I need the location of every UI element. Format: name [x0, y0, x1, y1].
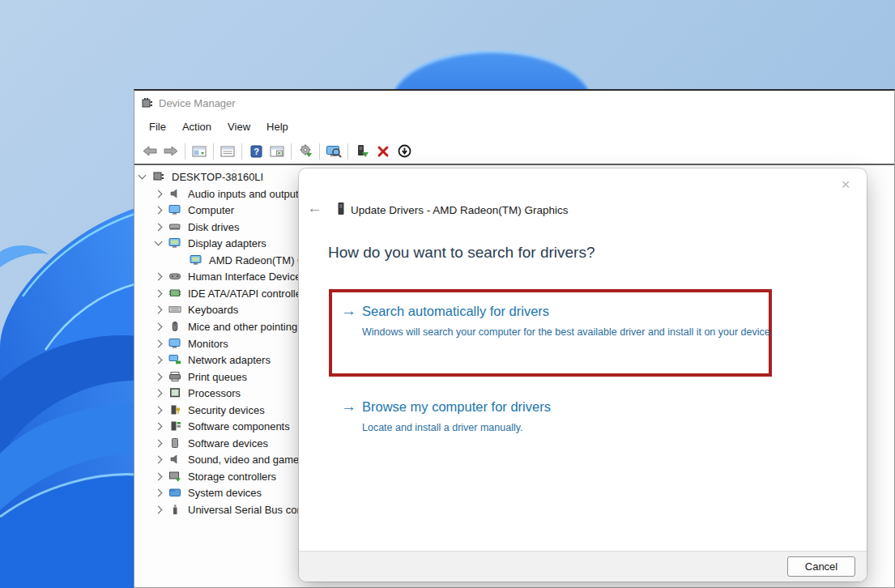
- toolbar-separator: [347, 143, 348, 160]
- chevron-right-icon[interactable]: [155, 406, 163, 414]
- chevron-right-icon[interactable]: [155, 305, 163, 313]
- chevron-down-icon[interactable]: [139, 172, 147, 180]
- uninstall-device-icon[interactable]: [373, 142, 394, 161]
- dialog-question: How do you want to search for drivers?: [328, 244, 595, 262]
- chevron-right-icon[interactable]: [155, 505, 163, 513]
- chevron-right-icon[interactable]: [155, 488, 163, 496]
- printer-icon: [168, 371, 181, 382]
- tree-item-label: Disk drives: [188, 221, 240, 233]
- chevron-right-icon[interactable]: [155, 289, 163, 297]
- tree-item-label: Computer: [188, 204, 234, 216]
- search-automatically-option[interactable]: Search automatically for drivers: [362, 304, 549, 319]
- chip-icon: [168, 288, 181, 299]
- search-automatically-description: Windows will search your computer for th…: [362, 326, 777, 339]
- search-computers-icon[interactable]: [323, 142, 344, 161]
- tree-item-label: Audio inputs and outputs: [188, 188, 304, 200]
- update-driver-icon[interactable]: [352, 142, 373, 161]
- toolbar-separator: [241, 143, 242, 160]
- tree-item-label: Processors: [188, 387, 241, 399]
- update-drivers-dialog: × ← Update Drivers - AMD Radeon(TM) Grap…: [299, 168, 867, 582]
- dialog-footer: Cancel: [299, 551, 867, 582]
- system-icon: [168, 487, 181, 498]
- toolbar-separator: [213, 143, 214, 160]
- display-icon: [168, 237, 181, 249]
- driver-device-icon: [336, 202, 346, 215]
- menu-help[interactable]: Help: [258, 117, 296, 136]
- tree-item-label: Storage controllers: [188, 471, 276, 483]
- usb-icon: [168, 504, 181, 515]
- keyboard-icon: [168, 304, 181, 315]
- monitor-icon: [168, 204, 181, 215]
- tree-item-label: Print queues: [188, 371, 247, 383]
- network-icon: [168, 354, 181, 365]
- chevron-right-icon[interactable]: [155, 339, 163, 347]
- desktop: Device Manager File Action View Help ? D…: [0, 0, 895, 588]
- monitor-icon: [168, 338, 181, 349]
- device-manager-app-icon: [141, 97, 153, 109]
- help-icon[interactable]: ?: [245, 142, 266, 161]
- gamepad-icon: [168, 271, 181, 282]
- tree-item-label: Security devices: [188, 404, 265, 416]
- chevron-right-icon[interactable]: [155, 223, 163, 231]
- storage-icon: [168, 471, 181, 482]
- toolbar-separator: [185, 143, 185, 160]
- chevron-right-icon[interactable]: [155, 206, 163, 214]
- tree-item-label: Network adapters: [188, 354, 271, 366]
- option-arrow-icon: →: [341, 398, 356, 415]
- disk-icon: [168, 221, 181, 232]
- browse-computer-option[interactable]: Browse my computer for drivers: [362, 399, 551, 415]
- tree-item-label: Software devices: [188, 437, 268, 450]
- menubar: File Action View Help: [134, 115, 894, 138]
- scan-hardware-icon[interactable]: [295, 142, 316, 161]
- pc-icon: [152, 171, 165, 182]
- dialog-title: Update Drivers - AMD Radeon(TM) Graphics: [351, 204, 569, 216]
- titlebar: Device Manager: [134, 91, 894, 115]
- back-icon[interactable]: [139, 142, 160, 161]
- tree-item-label: Software components: [188, 420, 290, 432]
- properties-icon[interactable]: [217, 142, 238, 161]
- forward-icon[interactable]: [160, 142, 181, 161]
- option-arrow-icon: →: [341, 302, 356, 320]
- tree-item-label: DESKTOP-38160LI: [172, 171, 263, 183]
- window-title: Device Manager: [159, 97, 236, 109]
- tree-item-label: Keyboards: [188, 304, 238, 316]
- processor-icon: [168, 387, 181, 398]
- chevron-right-icon[interactable]: [155, 455, 163, 463]
- tree-item-label: System devices: [188, 487, 262, 499]
- chevron-right-icon[interactable]: [155, 422, 163, 430]
- menu-view[interactable]: View: [219, 117, 258, 136]
- cancel-button[interactable]: Cancel: [787, 556, 855, 577]
- wallpaper-petal-dome: [391, 50, 592, 89]
- browse-computer-description: Locate and install a driver manually.: [362, 421, 777, 434]
- disable-device-icon[interactable]: [394, 142, 415, 161]
- chevron-right-icon[interactable]: [155, 439, 163, 447]
- close-icon[interactable]: ×: [837, 177, 854, 193]
- svg-text:?: ?: [254, 147, 259, 156]
- chevron-right-icon[interactable]: [155, 472, 163, 480]
- toolbar: ?: [134, 138, 894, 164]
- component-icon: [168, 420, 181, 432]
- chevron-right-icon[interactable]: [155, 190, 163, 198]
- mouse-icon: [168, 321, 181, 332]
- back-icon[interactable]: ←: [307, 201, 325, 217]
- security-icon: [168, 404, 181, 415]
- chevron-right-icon[interactable]: [155, 322, 163, 330]
- console-tree-icon[interactable]: [189, 142, 210, 161]
- speaker-icon: [168, 454, 181, 465]
- chevron-right-icon[interactable]: [155, 373, 163, 381]
- tree-item-label: Monitors: [188, 338, 228, 350]
- chevron-right-icon[interactable]: [155, 356, 163, 364]
- tree-item-label: Display adapters: [188, 237, 266, 249]
- chevron-down-icon[interactable]: [155, 238, 163, 246]
- menu-file[interactable]: File: [141, 117, 174, 136]
- wallpaper-bloom: [0, 0, 138, 588]
- chevron-right-icon[interactable]: [155, 389, 163, 397]
- menu-action[interactable]: Action: [174, 117, 219, 136]
- toolbar-separator: [291, 143, 292, 160]
- action-pane-icon[interactable]: [266, 142, 288, 161]
- chevron-right-icon[interactable]: [155, 272, 163, 280]
- tree-item-label: Human Interface Devices: [188, 271, 306, 283]
- tree-item-label: IDE ATA/ATAPI controllers: [188, 288, 310, 300]
- speaker-icon: [168, 188, 181, 199]
- display-icon: [190, 254, 202, 266]
